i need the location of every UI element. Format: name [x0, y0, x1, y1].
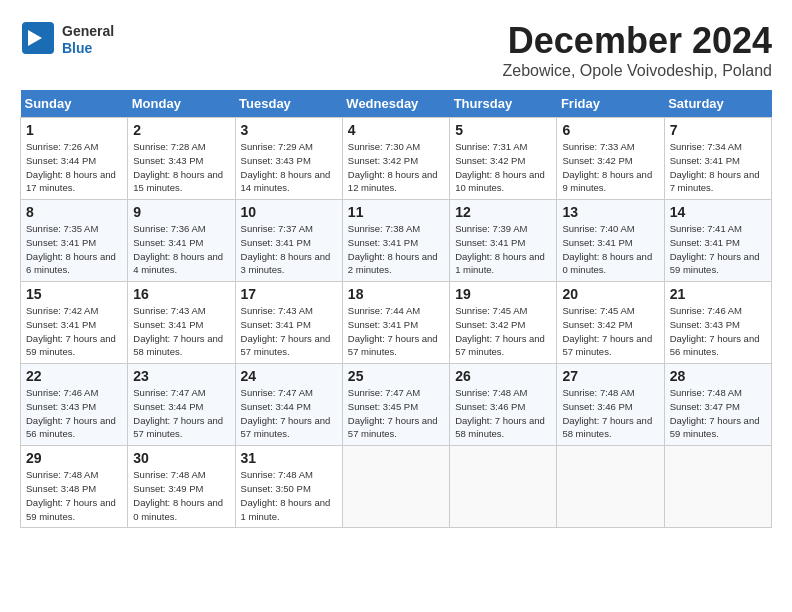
calendar-day-cell: 19 Sunrise: 7:45 AM Sunset: 3:42 PM Dayl… [450, 282, 557, 364]
day-info: Sunrise: 7:29 AM Sunset: 3:43 PM Dayligh… [241, 140, 337, 195]
calendar-day-cell [450, 446, 557, 528]
calendar-table: SundayMondayTuesdayWednesdayThursdayFrid… [20, 90, 772, 528]
calendar-day-cell: 7 Sunrise: 7:34 AM Sunset: 3:41 PM Dayli… [664, 118, 771, 200]
day-number: 2 [133, 122, 229, 138]
day-number: 4 [348, 122, 444, 138]
day-info: Sunrise: 7:31 AM Sunset: 3:42 PM Dayligh… [455, 140, 551, 195]
day-number: 9 [133, 204, 229, 220]
day-info: Sunrise: 7:45 AM Sunset: 3:42 PM Dayligh… [455, 304, 551, 359]
day-info: Sunrise: 7:37 AM Sunset: 3:41 PM Dayligh… [241, 222, 337, 277]
day-info: Sunrise: 7:43 AM Sunset: 3:41 PM Dayligh… [133, 304, 229, 359]
day-number: 29 [26, 450, 122, 466]
calendar-day-cell: 29 Sunrise: 7:48 AM Sunset: 3:48 PM Dayl… [21, 446, 128, 528]
day-number: 8 [26, 204, 122, 220]
calendar-day-cell [557, 446, 664, 528]
calendar-day-cell: 10 Sunrise: 7:37 AM Sunset: 3:41 PM Dayl… [235, 200, 342, 282]
day-info: Sunrise: 7:48 AM Sunset: 3:48 PM Dayligh… [26, 468, 122, 523]
calendar-week-row: 22 Sunrise: 7:46 AM Sunset: 3:43 PM Dayl… [21, 364, 772, 446]
calendar-day-cell: 5 Sunrise: 7:31 AM Sunset: 3:42 PM Dayli… [450, 118, 557, 200]
calendar-day-cell: 8 Sunrise: 7:35 AM Sunset: 3:41 PM Dayli… [21, 200, 128, 282]
calendar-week-row: 1 Sunrise: 7:26 AM Sunset: 3:44 PM Dayli… [21, 118, 772, 200]
calendar-day-cell: 28 Sunrise: 7:48 AM Sunset: 3:47 PM Dayl… [664, 364, 771, 446]
title-section: December 2024 Zebowice, Opole Voivodeshi… [502, 20, 772, 80]
day-number: 7 [670, 122, 766, 138]
day-number: 14 [670, 204, 766, 220]
calendar-day-cell: 20 Sunrise: 7:45 AM Sunset: 3:42 PM Dayl… [557, 282, 664, 364]
day-info: Sunrise: 7:40 AM Sunset: 3:41 PM Dayligh… [562, 222, 658, 277]
day-info: Sunrise: 7:34 AM Sunset: 3:41 PM Dayligh… [670, 140, 766, 195]
weekday-header: Saturday [664, 90, 771, 118]
day-number: 1 [26, 122, 122, 138]
day-info: Sunrise: 7:48 AM Sunset: 3:47 PM Dayligh… [670, 386, 766, 441]
calendar-day-cell: 13 Sunrise: 7:40 AM Sunset: 3:41 PM Dayl… [557, 200, 664, 282]
day-number: 23 [133, 368, 229, 384]
location: Zebowice, Opole Voivodeship, Poland [502, 62, 772, 80]
calendar-day-cell: 17 Sunrise: 7:43 AM Sunset: 3:41 PM Dayl… [235, 282, 342, 364]
day-info: Sunrise: 7:47 AM Sunset: 3:45 PM Dayligh… [348, 386, 444, 441]
weekday-header: Wednesday [342, 90, 449, 118]
weekday-header: Thursday [450, 90, 557, 118]
day-number: 25 [348, 368, 444, 384]
day-number: 22 [26, 368, 122, 384]
day-number: 16 [133, 286, 229, 302]
calendar-day-cell: 15 Sunrise: 7:42 AM Sunset: 3:41 PM Dayl… [21, 282, 128, 364]
logo-text: General Blue [62, 23, 114, 57]
day-number: 24 [241, 368, 337, 384]
day-number: 13 [562, 204, 658, 220]
day-number: 27 [562, 368, 658, 384]
calendar-day-cell: 31 Sunrise: 7:48 AM Sunset: 3:50 PM Dayl… [235, 446, 342, 528]
day-info: Sunrise: 7:36 AM Sunset: 3:41 PM Dayligh… [133, 222, 229, 277]
calendar-week-row: 15 Sunrise: 7:42 AM Sunset: 3:41 PM Dayl… [21, 282, 772, 364]
day-number: 21 [670, 286, 766, 302]
calendar-day-cell: 18 Sunrise: 7:44 AM Sunset: 3:41 PM Dayl… [342, 282, 449, 364]
day-number: 26 [455, 368, 551, 384]
day-info: Sunrise: 7:44 AM Sunset: 3:41 PM Dayligh… [348, 304, 444, 359]
day-number: 6 [562, 122, 658, 138]
day-number: 5 [455, 122, 551, 138]
calendar-day-cell: 11 Sunrise: 7:38 AM Sunset: 3:41 PM Dayl… [342, 200, 449, 282]
day-number: 12 [455, 204, 551, 220]
day-number: 10 [241, 204, 337, 220]
calendar-day-cell: 14 Sunrise: 7:41 AM Sunset: 3:41 PM Dayl… [664, 200, 771, 282]
page-header: General Blue December 2024 Zebowice, Opo… [20, 20, 772, 80]
calendar-day-cell [342, 446, 449, 528]
calendar-day-cell: 22 Sunrise: 7:46 AM Sunset: 3:43 PM Dayl… [21, 364, 128, 446]
calendar-week-row: 8 Sunrise: 7:35 AM Sunset: 3:41 PM Dayli… [21, 200, 772, 282]
day-info: Sunrise: 7:30 AM Sunset: 3:42 PM Dayligh… [348, 140, 444, 195]
calendar-day-cell: 25 Sunrise: 7:47 AM Sunset: 3:45 PM Dayl… [342, 364, 449, 446]
day-number: 3 [241, 122, 337, 138]
day-info: Sunrise: 7:48 AM Sunset: 3:49 PM Dayligh… [133, 468, 229, 523]
day-number: 18 [348, 286, 444, 302]
day-number: 11 [348, 204, 444, 220]
calendar-day-cell: 21 Sunrise: 7:46 AM Sunset: 3:43 PM Dayl… [664, 282, 771, 364]
calendar-day-cell: 4 Sunrise: 7:30 AM Sunset: 3:42 PM Dayli… [342, 118, 449, 200]
day-info: Sunrise: 7:28 AM Sunset: 3:43 PM Dayligh… [133, 140, 229, 195]
calendar-day-cell: 1 Sunrise: 7:26 AM Sunset: 3:44 PM Dayli… [21, 118, 128, 200]
day-number: 30 [133, 450, 229, 466]
calendar-day-cell [664, 446, 771, 528]
calendar-day-cell: 6 Sunrise: 7:33 AM Sunset: 3:42 PM Dayli… [557, 118, 664, 200]
day-info: Sunrise: 7:48 AM Sunset: 3:46 PM Dayligh… [562, 386, 658, 441]
calendar-day-cell: 24 Sunrise: 7:47 AM Sunset: 3:44 PM Dayl… [235, 364, 342, 446]
day-info: Sunrise: 7:39 AM Sunset: 3:41 PM Dayligh… [455, 222, 551, 277]
day-number: 17 [241, 286, 337, 302]
calendar-day-cell: 9 Sunrise: 7:36 AM Sunset: 3:41 PM Dayli… [128, 200, 235, 282]
day-info: Sunrise: 7:43 AM Sunset: 3:41 PM Dayligh… [241, 304, 337, 359]
weekday-header: Tuesday [235, 90, 342, 118]
day-info: Sunrise: 7:46 AM Sunset: 3:43 PM Dayligh… [670, 304, 766, 359]
calendar-day-cell: 23 Sunrise: 7:47 AM Sunset: 3:44 PM Dayl… [128, 364, 235, 446]
day-info: Sunrise: 7:48 AM Sunset: 3:46 PM Dayligh… [455, 386, 551, 441]
day-info: Sunrise: 7:38 AM Sunset: 3:41 PM Dayligh… [348, 222, 444, 277]
weekday-header-row: SundayMondayTuesdayWednesdayThursdayFrid… [21, 90, 772, 118]
day-info: Sunrise: 7:33 AM Sunset: 3:42 PM Dayligh… [562, 140, 658, 195]
calendar-day-cell: 27 Sunrise: 7:48 AM Sunset: 3:46 PM Dayl… [557, 364, 664, 446]
day-number: 31 [241, 450, 337, 466]
weekday-header: Sunday [21, 90, 128, 118]
weekday-header: Friday [557, 90, 664, 118]
day-number: 15 [26, 286, 122, 302]
day-info: Sunrise: 7:46 AM Sunset: 3:43 PM Dayligh… [26, 386, 122, 441]
day-info: Sunrise: 7:42 AM Sunset: 3:41 PM Dayligh… [26, 304, 122, 359]
calendar-day-cell: 26 Sunrise: 7:48 AM Sunset: 3:46 PM Dayl… [450, 364, 557, 446]
day-number: 20 [562, 286, 658, 302]
day-number: 28 [670, 368, 766, 384]
